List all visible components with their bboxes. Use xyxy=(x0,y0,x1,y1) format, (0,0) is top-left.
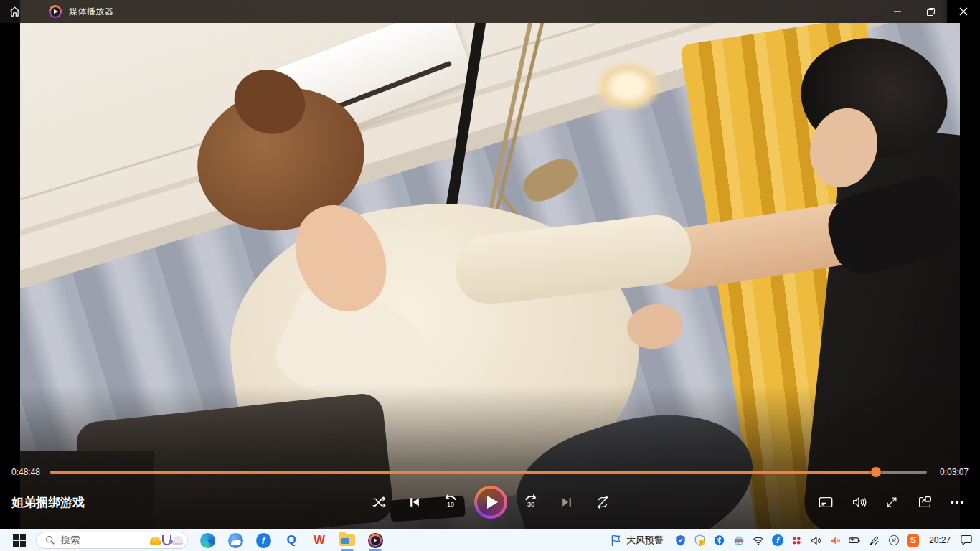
windows-logo-icon xyxy=(13,534,26,547)
wps-icon: W xyxy=(314,533,325,547)
repeat-button[interactable] xyxy=(590,490,615,514)
home-icon xyxy=(9,6,21,18)
more-options-button[interactable]: ••• xyxy=(946,490,970,514)
pen-icon xyxy=(869,535,880,546)
home-button[interactable] xyxy=(0,0,29,23)
volume-button[interactable] xyxy=(847,490,871,514)
speaker-outline-icon xyxy=(811,535,822,546)
taskbar-app-search-tool[interactable]: Q xyxy=(282,530,301,550)
subtitles-button[interactable] xyxy=(814,490,838,514)
flash-icon: f xyxy=(256,533,271,548)
previous-track-icon xyxy=(407,495,422,509)
taskbar-app-edge[interactable] xyxy=(198,530,217,550)
app-logo-icon xyxy=(49,5,62,18)
minimize-icon xyxy=(893,7,902,16)
taskbar-app-file-explorer[interactable] xyxy=(338,530,357,550)
fullscreen-icon xyxy=(885,495,899,509)
subtitles-icon xyxy=(818,494,834,510)
sogou-icon: S xyxy=(907,534,919,547)
battery-charging-icon xyxy=(849,535,861,545)
tray-sogou-input[interactable]: S xyxy=(907,534,920,547)
ceiling-light xyxy=(594,60,662,112)
taskbar-app-wps[interactable]: W xyxy=(310,530,329,550)
restore-button[interactable] xyxy=(914,0,947,23)
video-frame[interactable] xyxy=(20,23,960,529)
more-options-icon: ••• xyxy=(951,496,966,508)
media-title: 姐弟捆绑游戏 xyxy=(11,494,367,511)
taskbar-app-media-player[interactable] xyxy=(366,530,385,550)
tray-printer[interactable] xyxy=(732,534,745,547)
tray-loudspeaker[interactable] xyxy=(829,534,842,547)
tray-flash[interactable]: f xyxy=(771,534,784,547)
close-button[interactable] xyxy=(947,0,980,23)
tray-disconnected[interactable] xyxy=(887,534,900,547)
edge-icon xyxy=(200,533,215,548)
repeat-off-icon xyxy=(595,494,611,510)
bluetooth-icon xyxy=(714,534,725,546)
seek-thumb[interactable] xyxy=(871,467,881,477)
cloud-browser-icon xyxy=(228,533,243,548)
window-title: 媒体播放器 xyxy=(69,6,114,18)
forward-seconds-label: 30 xyxy=(519,501,543,508)
tray-speaker[interactable] xyxy=(810,534,823,547)
tray-battery[interactable] xyxy=(849,534,862,547)
taskbar-app-flash[interactable]: f xyxy=(254,530,273,550)
player-stage: 0:48:48 0:03:07 姐弟捆绑游戏 xyxy=(0,23,980,529)
previous-track-button[interactable] xyxy=(402,490,427,514)
play-icon xyxy=(487,496,498,509)
start-button[interactable] xyxy=(7,530,32,550)
flash-tray-icon: f xyxy=(772,534,783,546)
mini-player-icon xyxy=(917,494,933,510)
loudspeaker-icon xyxy=(830,535,842,546)
file-explorer-icon xyxy=(339,534,355,546)
notification-bubble-icon xyxy=(960,534,973,546)
tray-pen-input[interactable] xyxy=(868,534,881,547)
remaining-time: 0:03:07 xyxy=(934,467,969,477)
mini-player-button[interactable] xyxy=(913,490,937,514)
seek-bar-filled xyxy=(50,471,876,474)
hardhat-icon xyxy=(150,537,161,545)
minimize-button[interactable] xyxy=(881,0,914,23)
search-placeholder: 搜索 xyxy=(61,534,144,547)
chefhat-icon xyxy=(173,536,183,545)
elapsed-time: 0:48:48 xyxy=(11,467,43,477)
tray-network-signal[interactable] xyxy=(752,534,765,547)
media-player-window: 媒体播放器 xyxy=(0,0,980,551)
circled-x-icon xyxy=(888,534,900,546)
next-track-disabled-icon xyxy=(560,495,574,509)
restore-icon xyxy=(926,7,936,17)
shuffle-button[interactable] xyxy=(367,490,391,514)
search-highlight-icons xyxy=(150,535,183,545)
shield-icon xyxy=(675,534,686,546)
taskbar-app-cloud-browser[interactable] xyxy=(226,530,245,550)
shuffle-off-icon xyxy=(371,494,387,510)
tray-bluetooth[interactable] xyxy=(713,534,726,547)
close-icon xyxy=(959,7,968,16)
search-icon xyxy=(45,535,55,545)
tray-red-cluster[interactable] xyxy=(791,534,804,547)
printer-icon xyxy=(733,535,745,546)
tray-security-shield[interactable] xyxy=(674,534,687,547)
rewind-10-button[interactable]: 10 xyxy=(438,490,463,514)
seek-bar[interactable] xyxy=(50,471,927,474)
notification-center-button[interactable] xyxy=(960,534,973,547)
red-cluster-icon xyxy=(791,535,802,546)
magnifier-q-icon: Q xyxy=(286,533,296,547)
shield-warning-icon xyxy=(694,534,705,546)
wifi-icon xyxy=(753,535,764,546)
tray-defender-alert[interactable] xyxy=(694,534,707,547)
taskbar: 搜索 f Q W xyxy=(0,529,980,551)
flag-icon xyxy=(611,534,621,547)
forward-30-button[interactable]: 30 xyxy=(519,490,543,514)
taskbar-clock[interactable]: 20:27 xyxy=(926,535,953,545)
weather-widget[interactable]: 大风预警 xyxy=(606,532,668,548)
search-box[interactable]: 搜索 xyxy=(36,532,188,549)
next-track-button[interactable] xyxy=(555,490,579,514)
play-button[interactable] xyxy=(474,486,507,519)
fullscreen-button[interactable] xyxy=(880,490,904,514)
volume-icon xyxy=(851,494,867,510)
stethoscope-icon xyxy=(162,535,171,545)
media-player-icon xyxy=(368,533,383,548)
titlebar: 媒体播放器 xyxy=(0,0,980,23)
widget-label: 大风预警 xyxy=(626,534,664,547)
